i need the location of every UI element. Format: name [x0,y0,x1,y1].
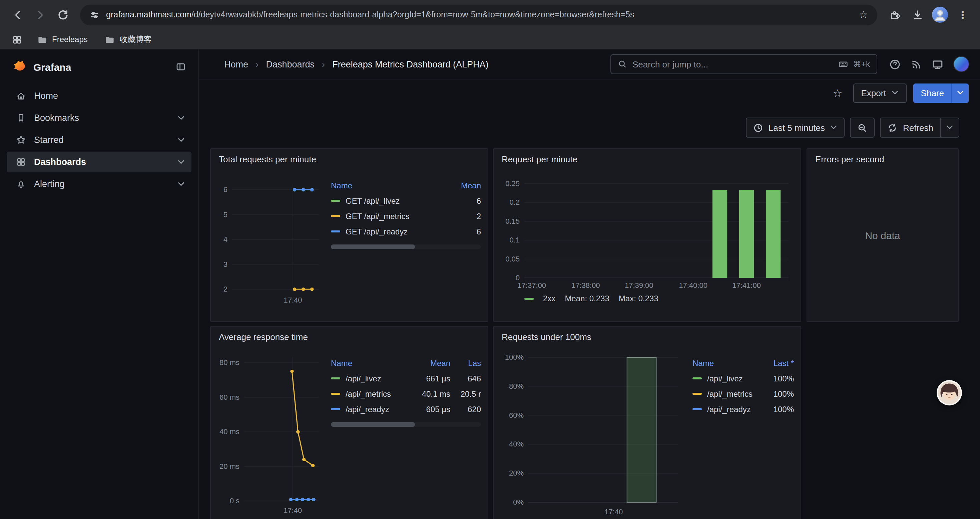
series-swatch [331,393,340,395]
bookmark-star-icon[interactable]: ☆ [859,9,868,21]
series-name[interactable]: 2xx [543,294,555,303]
series-name[interactable]: /api/_metrics [345,389,409,398]
back-icon [12,9,23,21]
dashboard-time-controls: Last 5 minutes Refresh [746,118,959,137]
svg-text:0.1: 0.1 [509,236,520,244]
legend-row[interactable]: GET /api/_livez 6 [331,193,481,208]
legend-row[interactable]: /api/_livez 661 µs 646 [331,371,481,386]
brand-name[interactable]: Grafana [33,61,71,72]
grafana-header: Home › Dashboards › Freeleaps Metrics Da… [199,50,980,80]
legend-row[interactable]: /api/_readyz 100% [692,401,794,417]
bookmark-folder-blog[interactable]: 收藏博客 [100,32,157,47]
sidebar-item-starred[interactable]: Starred [7,129,191,150]
series-name[interactable]: GET /api/_metrics [345,211,450,221]
legend-row[interactable]: /api/_livez 100% [692,371,794,386]
scrollbar-thumb[interactable] [331,422,415,427]
browser-profile-avatar[interactable] [929,4,951,26]
series-name[interactable]: /api/_livez [707,374,759,383]
svg-text:17:39:00: 17:39:00 [625,281,654,289]
display-button[interactable] [932,58,943,70]
reload-button[interactable] [52,4,73,26]
refresh-button[interactable]: Refresh [881,118,940,137]
export-button[interactable]: Export [853,83,907,102]
svg-text:40 ms: 40 ms [220,428,240,436]
site-info-icon[interactable] [89,10,99,20]
sidebar-collapse-icon[interactable] [175,61,186,72]
downloads-button[interactable] [907,4,928,26]
legend-header-mean[interactable]: Mean [409,359,450,368]
breadcrumb: Home › Dashboards › Freeleaps Metrics Da… [224,59,488,69]
panel-title[interactable]: Average response time [211,327,488,348]
sidebar-item-label: Bookmarks [34,113,79,123]
chevron-down-icon [177,137,185,143]
time-range-picker[interactable]: Last 5 minutes [746,118,845,137]
chevron-down-icon [177,181,185,187]
favorite-star-icon[interactable]: ☆ [833,86,843,99]
panel-errors-per-second: Errors per second No data [807,148,959,322]
share-button[interactable]: Share [914,83,951,102]
url-domain: grafana.mathmast.com [106,10,191,19]
chart-legend[interactable]: 2xx Mean: 0.233 Max: 0.233 [499,292,798,303]
forward-button[interactable] [29,4,51,26]
sidebar-nav: Home Bookmarks Starred Dashboards [0,84,198,194]
sidebar-header: Grafana [0,50,198,84]
sidebar-item-dashboards[interactable]: Dashboards [7,152,191,172]
refresh-interval-dropdown[interactable] [940,118,959,137]
legend-header-name[interactable]: Name [331,359,409,368]
legend-header-mean[interactable]: Mean [450,181,481,190]
legend-row[interactable]: /api/_metrics 40.1 ms 20.5 r [331,386,481,401]
panel-title[interactable]: Request per minute [494,149,800,170]
header-icons [889,56,969,72]
url-path: /d/deytv4rwavabkb/freeleaps-metrics-dash… [191,10,635,19]
legend-row[interactable]: GET /api/_metrics 2 [331,208,481,224]
extensions-icon[interactable] [884,4,905,26]
series-name[interactable]: /api/_readyz [707,404,759,414]
series-name[interactable]: GET /api/_livez [345,196,450,205]
sidebar-item-alerting[interactable]: Alerting [7,174,191,194]
panel-title[interactable]: Total requests per minute [211,149,488,170]
legend-header-last[interactable]: Last * [759,359,794,368]
legend-row[interactable]: GET /api/_readyz 6 [331,224,481,239]
requests-under-100ms-chart: 100%80%60%40%20%0%17:40 [499,348,686,516]
bookmark-folder-freeleaps[interactable]: Freeleaps [32,32,93,46]
scrollbar-thumb[interactable] [331,244,415,249]
zoom-out-button[interactable] [850,118,875,137]
user-avatar[interactable] [953,56,969,72]
no-data-message: No data [807,170,958,300]
search-input[interactable] [632,59,833,69]
avatar-illustration [938,382,961,404]
legend-scrollbar[interactable] [331,422,481,427]
legend-row[interactable]: /api/_readyz 605 µs 620 [331,401,481,417]
series-swatch [331,408,340,410]
series-name[interactable]: /api/_livez [345,374,409,383]
legend-header-name[interactable]: Name [331,181,450,190]
search-box[interactable]: ⌘+k [611,54,877,74]
breadcrumb-home[interactable]: Home [224,59,248,69]
back-button[interactable] [7,4,28,26]
browser-menu-button[interactable]: ⋮ [952,4,973,26]
apps-grid-button[interactable] [8,31,25,48]
legend-header-last[interactable]: Las [450,359,481,368]
request-per-minute-chart: 0.250.20.150.10.05017:37:0017:38:0017:39… [499,170,792,292]
sidebar-item-bookmarks[interactable]: Bookmarks [7,107,191,128]
panel-average-response-time: Average response time 80 ms60 ms40 ms20 … [210,326,488,519]
search-icon [618,59,627,69]
series-name[interactable]: /api/_metrics [707,389,759,398]
news-button[interactable] [911,58,922,70]
series-name[interactable]: GET /api/_readyz [345,227,450,236]
floating-assistant-avatar[interactable] [937,380,962,406]
address-bar[interactable]: grafana.mathmast.com/d/deytv4rwavabkb/fr… [80,4,877,25]
sidebar-item-home[interactable]: Home [7,86,191,106]
legend-scrollbar[interactable] [331,244,481,249]
help-button[interactable] [889,58,900,70]
legend-header-name[interactable]: Name [692,359,759,368]
monitor-icon [932,58,943,70]
panel-title[interactable]: Requests under 100ms [494,327,800,348]
series-name[interactable]: /api/_readyz [345,404,409,414]
panel-total-requests: Total requests per minute 6543217:40 Nam… [210,148,488,322]
share-dropdown-button[interactable] [951,83,969,102]
legend-row[interactable]: /api/_metrics 100% [692,386,794,401]
sidebar-item-label: Dashboards [34,157,86,167]
panel-title[interactable]: Errors per second [807,149,958,170]
breadcrumb-dashboards[interactable]: Dashboards [266,59,315,69]
